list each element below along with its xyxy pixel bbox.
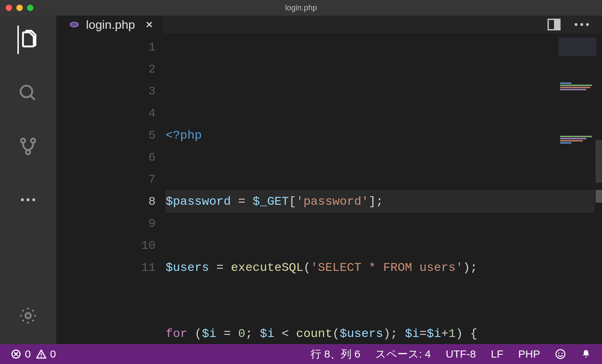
line-number: 7 <box>120 168 156 191</box>
maximize-window-button[interactable] <box>27 5 33 11</box>
tab-label: login.php <box>86 18 135 32</box>
svg-line-1 <box>31 96 35 100</box>
line-number: 8 <box>120 191 156 213</box>
warnings-button[interactable]: 0 <box>36 348 56 360</box>
activity-bar <box>0 16 56 344</box>
settings-button[interactable] <box>18 301 38 330</box>
line-number: 6 <box>120 146 156 168</box>
svg-point-3 <box>31 139 35 143</box>
close-tab-button[interactable] <box>144 20 154 30</box>
line-number: 9 <box>120 213 156 235</box>
minimap[interactable] <box>559 38 596 56</box>
line-number: 1 <box>120 36 156 58</box>
tab-login-php[interactable]: login.php <box>56 16 163 33</box>
window-title: login.php <box>0 3 602 12</box>
close-window-button[interactable] <box>6 5 12 11</box>
editor-more-button[interactable] <box>573 16 591 33</box>
scrollbar-mark <box>596 190 602 203</box>
line-number: 2 <box>120 58 156 80</box>
code-editor[interactable]: 1 2 3 4 5 6 7 8 9 10 11 <?php $password … <box>56 33 602 364</box>
svg-rect-9 <box>554 19 560 30</box>
line-number: 10 <box>120 235 156 257</box>
svg-point-2 <box>21 139 25 143</box>
line-number: 3 <box>120 80 156 102</box>
line-number: 11 <box>120 257 156 279</box>
code-content[interactable]: <?php $password = $_GET['password']; $us… <box>166 33 602 364</box>
explorer-button[interactable] <box>17 26 39 54</box>
svg-point-12 <box>41 356 42 357</box>
line-number-gutter: 1 2 3 4 5 6 7 8 9 10 11 <box>56 33 166 364</box>
line-number: 5 <box>120 124 156 146</box>
svg-point-0 <box>21 86 32 97</box>
svg-point-4 <box>26 150 30 155</box>
svg-point-5 <box>26 313 31 318</box>
search-button[interactable] <box>17 79 39 107</box>
minimize-window-button[interactable] <box>16 5 23 11</box>
source-control-button[interactable] <box>17 132 39 161</box>
scrollbar-thumb[interactable] <box>596 140 602 183</box>
warnings-count: 0 <box>50 348 56 360</box>
editor-actions <box>545 16 602 33</box>
titlebar: login.php <box>0 0 602 16</box>
errors-count: 0 <box>25 348 31 360</box>
svg-point-7 <box>71 23 77 27</box>
line-number: 4 <box>120 102 156 124</box>
split-editor-button[interactable] <box>545 16 563 33</box>
more-actions-button[interactable] <box>17 186 39 214</box>
errors-button[interactable]: 0 <box>11 348 31 360</box>
tabs-row: login.php <box>56 16 602 33</box>
editor-area: login.php 1 2 3 4 5 <box>56 16 602 344</box>
php-file-icon <box>69 19 80 30</box>
window-controls <box>6 5 33 11</box>
